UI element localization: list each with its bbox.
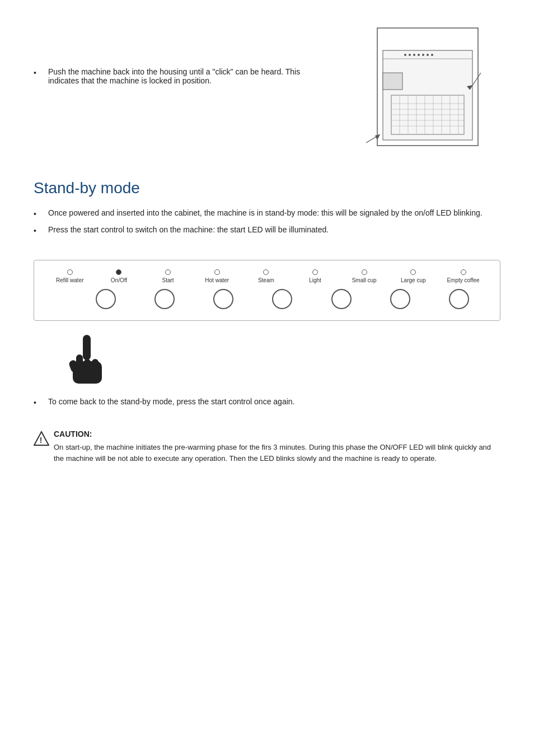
indicator-onoff: On/Off [104,269,134,283]
standby-bullet-1-text: Once powered and inserted into the cabin… [48,208,483,217]
control-panel-container: Refill water On/Off Start Hot water Stea… [34,246,500,321]
label-light: Light [309,277,321,283]
button-steam[interactable] [272,289,292,309]
svg-point-7 [422,54,424,56]
standby-heading: Stand-by mode [34,179,500,197]
indicator-start: Start [153,269,184,283]
button-hot-water[interactable] [213,289,233,309]
standby-bullet-1: • Once powered and inserted into the cab… [34,208,500,218]
top-section: • Push the machine back into the housing… [34,22,500,162]
label-large-cup: Large cup [401,277,425,283]
led-steam [263,269,269,275]
label-refill-water: Refill water [56,277,83,283]
standby-bullet-3-text: To come back to the stand-by mode, press… [48,397,294,406]
svg-point-6 [418,54,420,56]
label-onoff: On/Off [111,277,127,283]
caution-section: ! CAUTION: On start-up, the machine init… [34,430,500,464]
machine-svg [344,22,500,162]
button-start[interactable] [154,289,175,309]
svg-rect-24 [383,73,402,90]
button-light[interactable] [331,289,352,309]
top-bullet-1: • Push the machine back into the housing… [34,67,321,85]
standby-bullet-2: • Press the start control to switch on t… [34,225,500,235]
standby-bullet-2-text: Press the start control to switch on the… [48,225,329,234]
svg-point-9 [431,54,433,56]
control-panel: Refill water On/Off Start Hot water Stea… [34,260,500,321]
led-large-cup [410,269,416,275]
indicator-small-cup: Small cup [349,269,380,283]
standby-section: • Once powered and inserted into the cab… [34,208,500,235]
indicator-hot-water: Hot water [202,269,232,283]
svg-point-8 [427,54,429,56]
top-text-block: • Push the machine back into the housing… [34,22,344,92]
led-small-cup [362,269,367,275]
label-steam: Steam [258,277,274,283]
top-bullet-1-text: Push the machine back into the housing u… [48,67,321,85]
led-light [312,269,318,275]
svg-point-3 [404,54,406,56]
indicator-empty-coffee: Empty coffee [447,269,479,283]
label-start: Start [162,277,174,283]
standby-bullet-3: • To come back to the stand-by mode, pre… [34,397,500,407]
finger-pointer [34,332,500,388]
indicator-steam: Steam [251,269,282,283]
buttons-row [45,289,489,309]
label-hot-water: Hot water [205,277,229,283]
button-large-cup[interactable] [449,289,469,309]
button-onoff[interactable] [96,289,116,309]
warning-triangle-icon: ! [34,431,49,446]
machine-diagram [344,22,500,162]
indicator-refill-water: Refill water [54,269,85,283]
caution-icon: ! [34,431,49,448]
led-start [165,269,171,275]
indicator-large-cup: Large cup [398,269,429,283]
button-small-cup[interactable] [390,289,410,309]
caution-text-block: CAUTION: On start-up, the machine initia… [54,430,500,464]
bullet-dot: • [34,68,44,77]
bullet-dot-sb3: • [34,398,44,407]
label-empty-coffee: Empty coffee [447,277,479,283]
caution-title: CAUTION: [54,430,500,438]
led-empty-coffee [461,269,466,275]
indicators-row: Refill water On/Off Start Hot water Stea… [45,269,489,283]
svg-rect-34 [73,361,102,384]
led-hot-water [214,269,220,275]
svg-text:!: ! [40,436,43,445]
bullet-dot-sb2: • [34,226,44,235]
led-onoff [116,269,121,275]
svg-rect-29 [83,335,91,360]
svg-point-5 [413,54,415,56]
label-small-cup: Small cup [352,277,377,283]
svg-point-4 [409,54,411,56]
indicator-light: Light [300,269,331,283]
caution-body: On start-up, the machine initiates the p… [54,442,500,464]
finger-icon [67,332,106,388]
led-refill-water [67,269,73,275]
bullet-dot-sb1: • [34,209,44,218]
